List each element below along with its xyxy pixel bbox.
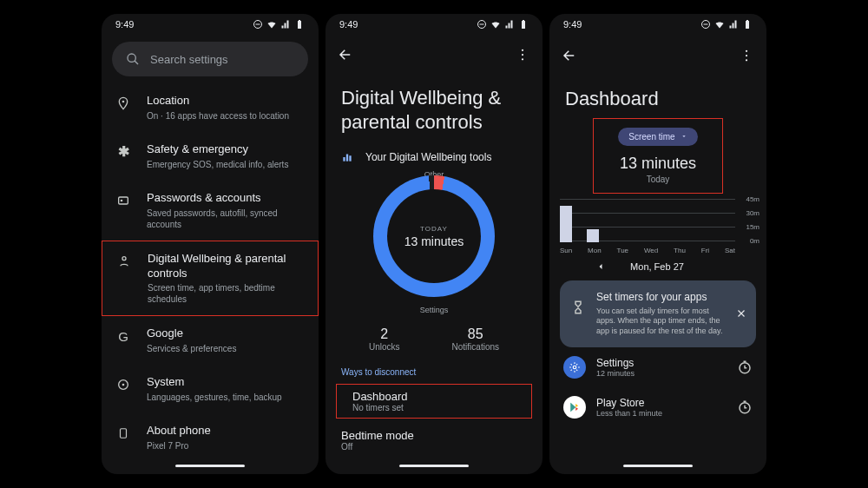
item-title: Location: [147, 94, 305, 109]
playstore-app-icon: [563, 396, 586, 419]
weekly-chart[interactable]: 45m 30m 15m 0m Sun Mon Tue Wed Thu: [549, 194, 766, 254]
stat-notifications[interactable]: 85 Notifications: [452, 326, 499, 352]
search-icon: [126, 52, 140, 66]
wifi-icon: [490, 19, 501, 30]
dnd-icon: [700, 19, 711, 30]
settings-item-passwords[interactable]: Passwords & accounts Saved passwords, au…: [102, 181, 319, 241]
y-tick: 45m: [746, 195, 760, 202]
item-sub: Languages, gestures, time, backup: [147, 392, 305, 403]
dashboard-screen: 9:49 Dashboard Screen time 13 minutes To…: [549, 14, 766, 474]
overflow-icon[interactable]: [515, 47, 530, 63]
chevron-down-icon: [681, 133, 687, 140]
back-icon[interactable]: [562, 48, 577, 63]
screen-time-period: Today: [611, 175, 705, 184]
svg-point-7: [122, 256, 126, 260]
back-icon[interactable]: [338, 47, 353, 63]
status-bar: 9:49: [102, 14, 319, 35]
disconnect-header: Ways to disconnect: [326, 364, 542, 384]
bar-chart-icon: [341, 151, 353, 163]
search-placeholder: Search settings: [150, 53, 228, 66]
svg-point-24: [746, 55, 747, 56]
signal-icon: [728, 19, 739, 30]
usage-donut[interactable]: Other TODAY 13 minutes: [326, 172, 542, 302]
dashboard-item[interactable]: Dashboard No timers set: [336, 384, 532, 419]
status-time: 9:49: [563, 19, 582, 30]
hourglass-icon: [570, 300, 586, 315]
signal-icon: [504, 19, 515, 30]
wifi-icon: [266, 19, 277, 30]
metric-chip[interactable]: Screen time: [618, 128, 697, 146]
item-title: Bedtime mode: [341, 429, 527, 442]
nav-bar[interactable]: [326, 457, 542, 474]
settings-item-about[interactable]: About phone Pixel 7 Pro: [102, 413, 319, 457]
item-sub: Emergency SOS, medical info, alerts: [147, 159, 305, 170]
close-icon[interactable]: [735, 307, 747, 320]
status-bar: 9:49: [326, 14, 542, 35]
settings-item-safety[interactable]: ✱ Safety & emergency Emergency SOS, medi…: [102, 132, 319, 181]
donut-period: TODAY: [404, 225, 464, 233]
current-date: Mon, Feb 27: [630, 261, 684, 272]
settings-screen: 9:49 Search settings Location On · 16 ap…: [102, 14, 319, 474]
item-sub: No timers set: [352, 403, 516, 412]
svg-point-16: [522, 54, 523, 56]
stat-value: 2: [369, 326, 400, 342]
page-title: Digital Wellbeing & parental controls: [326, 76, 542, 148]
section-label: Your Digital Wellbeing tools: [365, 151, 491, 163]
settings-item-location[interactable]: Location On · 16 apps have access to loc…: [102, 83, 319, 132]
item-title: Passwords & accounts: [147, 191, 305, 206]
battery-icon: [294, 19, 305, 30]
x-tick: Mon: [588, 247, 602, 254]
status-bar: 9:49: [549, 14, 766, 35]
timer-icon[interactable]: [737, 359, 753, 375]
search-settings[interactable]: Search settings: [112, 42, 308, 76]
bar-mon: [587, 229, 599, 242]
svg-rect-18: [343, 157, 345, 162]
svg-point-6: [121, 199, 123, 201]
app-row-playstore[interactable]: Play Store Less than 1 minute: [549, 387, 766, 427]
app-bar: [326, 35, 542, 76]
svg-point-9: [122, 384, 125, 386]
emergency-icon: ✱: [115, 144, 131, 160]
stat-label: Unlocks: [369, 342, 400, 352]
chevron-left-icon[interactable]: [595, 261, 606, 272]
key-icon: [115, 193, 131, 208]
app-row-settings[interactable]: Settings 12 minutes: [549, 347, 766, 387]
item-title: Google: [147, 326, 305, 341]
stat-unlocks[interactable]: 2 Unlocks: [369, 326, 400, 352]
tip-body: You can set daily timers for most apps. …: [596, 307, 727, 337]
timer-icon[interactable]: [737, 399, 753, 415]
x-tick: Sat: [725, 247, 735, 254]
y-tick: 30m: [746, 208, 760, 216]
status-icons: [253, 19, 305, 30]
bars: [560, 199, 735, 242]
screen-time-value: 13 minutes: [611, 155, 705, 173]
settings-item-system[interactable]: System Languages, gestures, time, backup: [102, 365, 319, 413]
status-icons: [700, 19, 753, 30]
section-header: Your Digital Wellbeing tools: [326, 148, 542, 172]
settings-item-wellbeing[interactable]: Digital Wellbeing & parental controls Sc…: [102, 241, 319, 317]
dnd-icon: [253, 19, 263, 30]
tip-card: Set timers for your apps You can set dai…: [560, 280, 756, 347]
settings-list[interactable]: Location On · 16 apps have access to loc…: [102, 83, 319, 457]
location-icon: [115, 96, 131, 111]
bedtime-item[interactable]: Bedtime mode Off: [326, 424, 542, 457]
svg-rect-20: [349, 155, 351, 161]
app-name: Settings: [596, 357, 727, 369]
svg-line-3: [135, 61, 138, 64]
svg-point-2: [128, 54, 135, 62]
settings-item-google[interactable]: G Google Services & preferences: [102, 316, 319, 365]
date-nav: Mon, Feb 27: [549, 254, 766, 280]
svg-point-26: [573, 366, 576, 369]
svg-rect-19: [346, 155, 348, 162]
x-tick: Fri: [701, 247, 709, 254]
dnd-icon: [477, 19, 487, 30]
y-tick: 15m: [746, 222, 760, 230]
screen-time-summary: Screen time 13 minutes Today: [593, 118, 723, 194]
overflow-icon[interactable]: [739, 48, 754, 63]
system-icon: [115, 377, 131, 392]
nav-bar[interactable]: [102, 457, 319, 474]
nav-bar[interactable]: [549, 457, 766, 474]
page-title: Dashboard: [549, 76, 766, 118]
x-tick: Sun: [560, 247, 572, 254]
x-tick: Thu: [674, 247, 686, 254]
